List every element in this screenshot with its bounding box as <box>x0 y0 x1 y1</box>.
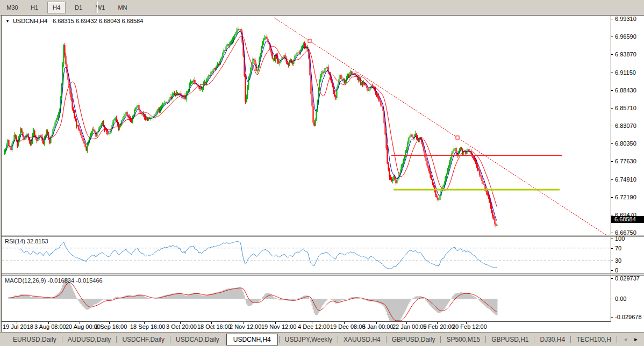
tab-gbpusd-daily[interactable]: GBPUSD,Daily <box>387 336 441 343</box>
tab-usdjpy-weekly[interactable]: USDJPY,Weekly <box>280 336 338 343</box>
chart-symbol: USDCNH,H4 <box>13 18 47 24</box>
down-candle-wicks <box>9 26 496 228</box>
time-axis-label: 3 Aug 08:00 <box>34 323 66 330</box>
time-axis-label: 18 Oct 16:00 <box>197 323 231 330</box>
time-axis-label: 4 Dec 12:00 <box>298 323 330 330</box>
tab-audusd-daily[interactable]: AUDUSD,Daily <box>62 336 117 343</box>
tab-eurusd-daily[interactable]: EURUSD,Daily <box>8 336 62 343</box>
macd-axis[interactable]: 0.0297370.00-0.029678 <box>611 0 644 346</box>
chart-title: ▼USDCNH,H46.68315 6.69432 6.68043 6.6858… <box>5 18 143 24</box>
tab-scroll-right-icon[interactable]: ► <box>633 337 639 342</box>
rsi-label: RSI(14) 32.8153 <box>5 238 48 244</box>
time-axis-label: 5 Feb 20:00 <box>423 323 455 330</box>
tab-scroll-controls: ◄ ► <box>611 336 644 343</box>
symbol-tabbar: EURUSD,DailyAUDUSD,DailyUSDCHF,DailyUSDC… <box>0 332 644 346</box>
tab-dj30-h4[interactable]: DJ30,H4 <box>534 336 570 343</box>
rsi-indicator-canvas[interactable] <box>2 237 611 273</box>
time-axis-label: 19 Dec 08:00 <box>330 323 365 330</box>
tab-usdcad-daily[interactable]: USDCAD,Daily <box>170 336 225 343</box>
macd-axis-tick <box>611 278 613 279</box>
macd-axis-label: 0.00 <box>615 295 626 302</box>
timeframe-h4[interactable]: H4 <box>47 2 66 13</box>
time-axis-label: 2 Nov 12:00 <box>230 323 261 330</box>
trendline-anchor-handle[interactable] <box>456 136 459 139</box>
chart-window-left-border <box>1 15 2 332</box>
time-axis-label: 22 Jan 00:00 <box>392 323 427 330</box>
timeframe-toolbar: M30H1H4D1W1MN <box>0 0 644 16</box>
tabbar-separator <box>225 336 225 343</box>
symbol-tabs: EURUSD,DailyAUDUSD,DailyUSDCHF,DailyUSDC… <box>0 333 611 346</box>
chart-ohlc-readout: 6.68315 6.69432 6.68043 6.68584 <box>53 18 143 24</box>
chart-window-top-border <box>1 15 644 16</box>
macd-axis-label: 0.029737 <box>615 275 640 282</box>
macd-label: MACD(12,26,9) -0.016834 -0.015466 <box>5 277 103 284</box>
tab-usdcnh-h4[interactable]: USDCNH,H4 <box>226 334 278 345</box>
rsi-line <box>20 241 497 269</box>
time-axis-label: 19 Jul 2018 <box>3 323 33 330</box>
down-candle-bodies <box>9 29 496 226</box>
time-axis-label: 3 Oct 20:00 <box>166 323 197 330</box>
tabbar-separator <box>617 336 617 343</box>
timeframe-mn[interactable]: MN <box>113 2 132 13</box>
tab-scroll-left-icon[interactable]: ◄ <box>622 337 628 342</box>
timeframe-m30[interactable]: M30 <box>3 2 22 13</box>
trendline-anchor-handle[interactable] <box>308 39 311 42</box>
timeframe-h1[interactable]: H1 <box>25 2 44 13</box>
macd-axis-tick <box>611 317 613 318</box>
collapse-triangle-icon[interactable]: ▼ <box>5 19 10 24</box>
tab-gbpusd-h1[interactable]: GBPUSD,H1 <box>486 336 534 343</box>
slow-ma-line <box>18 36 497 207</box>
time-axis-label: 18 Sep 16:00 <box>130 323 165 330</box>
timeframe-d1[interactable]: D1 <box>69 2 88 13</box>
main-chart-canvas[interactable] <box>2 16 611 235</box>
time-axis-label: 19 Nov 12:00 <box>261 323 296 330</box>
time-axis-label: 20 Feb 12:00 <box>452 323 487 330</box>
timeframe-w1[interactable]: W1 <box>91 2 110 13</box>
tab-usdchf-daily[interactable]: USDCHF,Daily <box>117 336 170 343</box>
macd-axis-tick <box>611 299 613 299</box>
tab-xauusd-h4[interactable]: XAUUSD,H4 <box>338 336 386 343</box>
time-axis[interactable]: 19 Jul 20183 Aug 08:0020 Aug 00:003 Sep … <box>2 321 611 332</box>
timeframe-buttons: M30H1H4D1W1MN <box>3 2 132 13</box>
time-axis-label: 5 Jan 00:00 <box>362 323 393 330</box>
time-axis-label: 3 Sep 16:00 <box>95 323 127 330</box>
tab-tech100-h1[interactable]: TECH100,H1 <box>571 336 611 343</box>
toolbar-separator <box>96 2 98 13</box>
tab-sp500-m15[interactable]: SP500,M15 <box>441 336 485 343</box>
macd-axis-label: -0.029678 <box>615 314 642 320</box>
